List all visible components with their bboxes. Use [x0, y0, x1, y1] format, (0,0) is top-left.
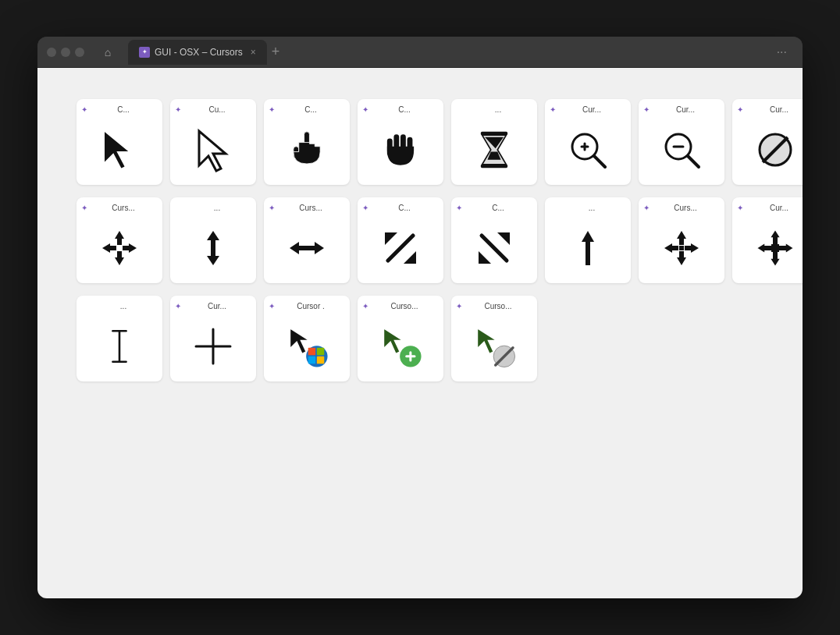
svg-marker-0: [104, 130, 130, 169]
close-button[interactable]: [47, 48, 56, 57]
arrow-windows-cursor-icon: [283, 323, 330, 370]
icon-area: [358, 212, 443, 283]
svg-rect-48: [671, 246, 678, 250]
diamond-icon: ✦: [269, 204, 275, 212]
new-tab-button[interactable]: +: [272, 44, 280, 60]
list-item[interactable]: ✦ Cur...: [732, 197, 803, 283]
item-label: Cur...: [745, 204, 803, 212]
diamond-icon: ✦: [456, 302, 462, 310]
list-item[interactable]: ✦ Cur...: [545, 99, 631, 185]
resize-h-cursor-icon: [283, 225, 330, 271]
svg-line-40: [482, 236, 507, 261]
list-item[interactable]: ✦ C...: [358, 99, 443, 185]
zoom-out-cursor-icon: [658, 126, 705, 173]
tab-close-button[interactable]: ×: [251, 47, 256, 58]
list-item[interactable]: ✦ Curso...: [358, 296, 443, 381]
browser-window: ⌂ ✦ GUI - OSX – Cursors × + ··· ✦ C...: [37, 37, 803, 598]
svg-marker-39: [479, 251, 491, 264]
icon-area: [545, 114, 631, 185]
item-label: ...: [464, 105, 532, 114]
list-item[interactable]: ✦ Curs...: [77, 197, 162, 283]
list-item[interactable]: ✦ C...: [264, 99, 350, 185]
arrow2-cursor-icon: [190, 126, 237, 173]
svg-line-18: [688, 156, 699, 167]
list-item[interactable]: ✦ Cur...: [732, 99, 803, 185]
item-label: Cu...: [183, 105, 251, 114]
list-item[interactable]: ✦ Cu...: [170, 99, 256, 185]
svg-rect-33: [297, 246, 316, 250]
tab-bar: ✦ GUI - OSX – Cursors × +: [128, 40, 764, 65]
icon-area: [264, 114, 350, 185]
arrow-cursor-icon: [96, 126, 143, 173]
svg-rect-46: [679, 251, 684, 259]
no-cursor-icon: [752, 126, 799, 173]
list-item[interactable]: ✦ ...: [451, 99, 537, 185]
list-item[interactable]: ✦ C...: [358, 197, 443, 283]
svg-rect-22: [117, 237, 122, 245]
icon-area: [451, 212, 537, 283]
svg-rect-44: [679, 237, 684, 245]
list-item[interactable]: ✦ Cursor .: [264, 296, 350, 381]
icon-area: [451, 114, 537, 185]
item-label: Cur...: [557, 105, 626, 114]
svg-rect-70: [308, 356, 315, 363]
item-label: C...: [276, 105, 345, 114]
svg-marker-1: [199, 131, 226, 171]
diamond-icon: ✦: [175, 105, 181, 114]
svg-rect-71: [317, 356, 324, 363]
icon-area: [545, 212, 631, 283]
svg-rect-68: [308, 347, 315, 354]
menu-dots-button[interactable]: ···: [771, 45, 793, 59]
icon-area: [77, 310, 162, 381]
list-item[interactable]: ✦ ...: [545, 197, 631, 283]
list-item[interactable]: ✦ Cur...: [639, 99, 724, 185]
diamond-icon: ✦: [362, 105, 368, 114]
active-tab[interactable]: ✦ GUI - OSX – Cursors ×: [128, 40, 267, 65]
crosshair-cursor-icon: [190, 323, 237, 370]
svg-marker-41: [582, 231, 594, 242]
list-item[interactable]: ✦ Curs...: [639, 197, 724, 283]
list-item[interactable]: ✦ C...: [451, 197, 537, 283]
svg-rect-50: [685, 246, 692, 250]
svg-rect-30: [211, 239, 215, 257]
minimize-button[interactable]: [61, 48, 70, 57]
svg-marker-38: [497, 232, 510, 245]
svg-marker-72: [384, 328, 403, 353]
list-item[interactable]: ✦ Cur...: [170, 296, 256, 381]
move-all-cursor-icon: [96, 225, 143, 271]
svg-rect-69: [317, 347, 324, 354]
svg-line-37: [388, 236, 413, 261]
list-item[interactable]: ✦ ...: [77, 296, 162, 381]
svg-marker-31: [207, 256, 219, 265]
icon-area: [451, 310, 537, 381]
arrow-no-cursor-icon: [471, 323, 518, 370]
list-item[interactable]: ✦ C...: [77, 99, 162, 185]
diamond-icon: ✦: [643, 204, 650, 212]
tab-title: GUI - OSX – Cursors: [155, 47, 243, 58]
icon-area: [264, 310, 350, 381]
item-label: Curs...: [89, 204, 158, 212]
home-button[interactable]: ⌂: [97, 41, 119, 63]
icon-area: [170, 310, 256, 381]
icon-area: [77, 114, 162, 185]
svg-rect-60: [771, 244, 779, 252]
zoom-in-cursor-icon: [564, 126, 611, 173]
item-label: C...: [89, 105, 158, 114]
titlebar: ⌂ ✦ GUI - OSX – Cursors × + ···: [37, 37, 803, 68]
list-item[interactable]: ✦ Curso...: [451, 296, 537, 381]
diamond-icon: ✦: [81, 204, 87, 212]
item-label: C...: [370, 204, 439, 212]
list-item[interactable]: ✦ Curs...: [264, 197, 350, 283]
maximize-button[interactable]: [75, 48, 84, 57]
icon-area: [639, 114, 724, 185]
icon-area: [639, 212, 724, 283]
svg-marker-76: [478, 328, 497, 353]
list-item[interactable]: ✦ ...: [170, 197, 256, 283]
hourglass-cursor-icon: [471, 126, 518, 173]
item-label: C...: [370, 105, 439, 114]
diamond-icon: ✦: [643, 105, 650, 114]
traffic-lights: [47, 48, 84, 57]
hand-point-cursor-icon: [283, 126, 330, 173]
diamond-icon: ✦: [362, 302, 368, 310]
svg-line-15: [594, 156, 605, 167]
